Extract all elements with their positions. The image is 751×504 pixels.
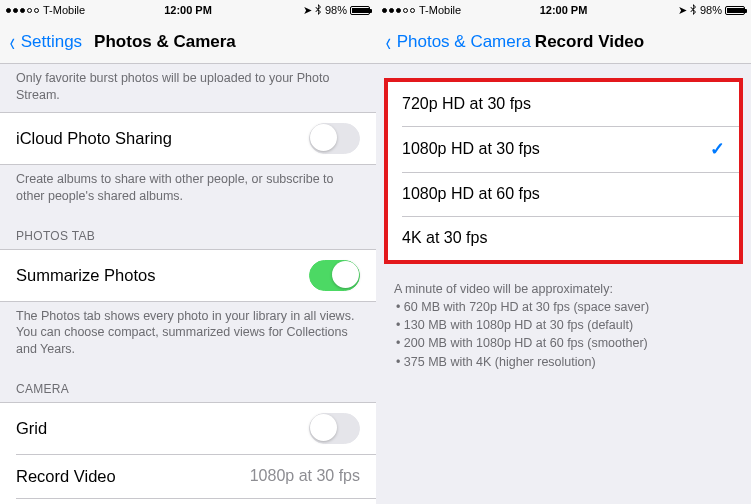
- info-line: • 375 MB with 4K (higher resolution): [394, 353, 733, 371]
- signal-dots-icon: [6, 8, 39, 13]
- cell-label: iCloud Photo Sharing: [16, 129, 309, 148]
- carrier-label: T-Mobile: [419, 4, 461, 16]
- info-line: • 200 MB with 1080p HD at 60 fps (smooth…: [394, 334, 733, 352]
- icloud-sharing-footer-text: Create albums to share with other people…: [0, 165, 376, 213]
- chevron-left-icon: ‹: [10, 29, 15, 55]
- clock-label: 12:00 PM: [540, 4, 588, 16]
- summarize-footer-text: The Photos tab shows every photo in your…: [0, 302, 376, 367]
- cell-detail: 1080p at 30 fps: [250, 467, 360, 485]
- camera-header: CAMERA: [0, 366, 376, 402]
- page-title: Photos & Camera: [94, 32, 236, 52]
- bluetooth-icon: [690, 4, 697, 17]
- grid-cell[interactable]: Grid: [0, 402, 376, 454]
- back-label: Photos & Camera: [397, 32, 531, 52]
- option-720p-30[interactable]: 720p HD at 30 fps: [388, 82, 739, 126]
- back-label: Settings: [21, 32, 82, 52]
- clock-label: 12:00 PM: [164, 4, 212, 16]
- nav-bar: ‹ Photos & Camera Record Video: [376, 20, 751, 64]
- signal-dots-icon: [382, 8, 415, 13]
- option-1080p-30[interactable]: 1080p HD at 30 fps ✓: [388, 126, 739, 172]
- carrier-label: T-Mobile: [43, 4, 85, 16]
- option-label: 1080p HD at 30 fps: [402, 140, 710, 158]
- chevron-left-icon: ‹: [386, 29, 391, 55]
- checkmark-icon: ✓: [710, 138, 725, 160]
- content-area: 720p HD at 30 fps 1080p HD at 30 fps ✓ 1…: [376, 64, 751, 504]
- option-label: 720p HD at 30 fps: [402, 95, 725, 113]
- content-area: Only favorite burst photos will be uploa…: [0, 64, 376, 504]
- back-button[interactable]: ‹ Settings: [8, 29, 82, 55]
- battery-pct-label: 98%: [325, 4, 347, 16]
- battery-pct-label: 98%: [700, 4, 722, 16]
- record-video-screen: T-Mobile 12:00 PM ➤ 98% ‹ Photos & Camer…: [376, 0, 751, 504]
- icloud-photo-sharing-cell[interactable]: iCloud Photo Sharing: [0, 112, 376, 165]
- burst-footer-text: Only favorite burst photos will be uploa…: [0, 64, 376, 112]
- cell-label: Summarize Photos: [16, 266, 309, 285]
- cell-label: Grid: [16, 419, 309, 438]
- location-icon: ➤: [678, 4, 687, 17]
- info-line: • 130 MB with 1080p HD at 30 fps (defaul…: [394, 316, 733, 334]
- back-button[interactable]: ‹ Photos & Camera: [384, 29, 531, 55]
- battery-icon: [350, 6, 370, 15]
- status-bar: T-Mobile 12:00 PM ➤ 98%: [376, 0, 751, 20]
- option-label: 1080p HD at 60 fps: [402, 185, 725, 203]
- photos-tab-header: PHOTOS TAB: [0, 213, 376, 249]
- option-label: 4K at 30 fps: [402, 229, 725, 247]
- page-title: Record Video: [535, 32, 644, 52]
- battery-icon: [725, 6, 745, 15]
- nav-bar: ‹ Settings Photos & Camera: [0, 20, 376, 64]
- option-4k-30[interactable]: 4K at 30 fps: [388, 216, 739, 260]
- option-1080p-60[interactable]: 1080p HD at 60 fps: [388, 172, 739, 216]
- highlighted-options-box: 720p HD at 30 fps 1080p HD at 30 fps ✓ 1…: [384, 78, 743, 264]
- bluetooth-icon: [315, 4, 322, 17]
- location-icon: ➤: [303, 4, 312, 17]
- info-intro: A minute of video will be approximately:: [394, 280, 733, 298]
- icloud-sharing-toggle[interactable]: [309, 123, 360, 154]
- record-video-cell[interactable]: Record Video 1080p at 30 fps: [0, 454, 376, 498]
- status-bar: T-Mobile 12:00 PM ➤ 98%: [0, 0, 376, 20]
- cell-label: Record Video: [16, 467, 250, 486]
- record-slomo-cell[interactable]: Record Slo-mo 720p at 240 fps: [0, 498, 376, 504]
- summarize-photos-toggle[interactable]: [309, 260, 360, 291]
- size-info-block: A minute of video will be approximately:…: [376, 274, 751, 377]
- info-line: • 60 MB with 720p HD at 30 fps (space sa…: [394, 298, 733, 316]
- grid-toggle[interactable]: [309, 413, 360, 444]
- settings-photos-camera-screen: T-Mobile 12:00 PM ➤ 98% ‹ Settings Photo…: [0, 0, 376, 504]
- summarize-photos-cell[interactable]: Summarize Photos: [0, 249, 376, 302]
